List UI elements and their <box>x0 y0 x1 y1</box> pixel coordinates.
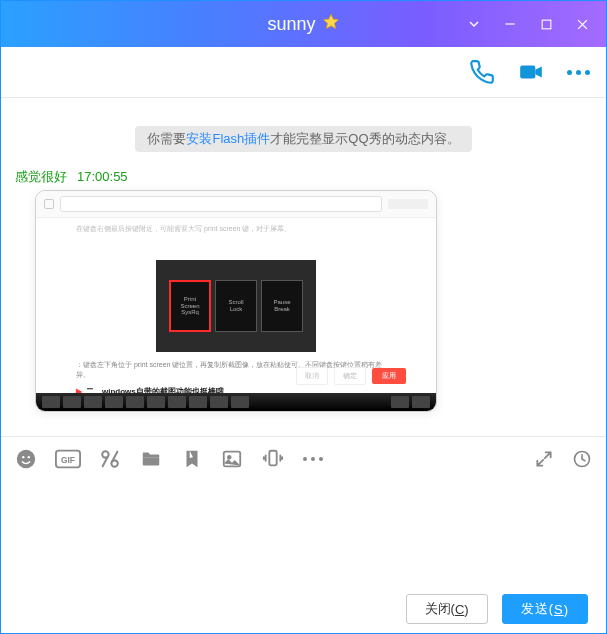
dropdown-button[interactable] <box>456 1 492 47</box>
folder-icon[interactable] <box>139 448 163 470</box>
close-chat-button[interactable]: 关闭(C) <box>406 594 488 624</box>
flash-install-link[interactable]: 安装Flash插件 <box>186 131 270 146</box>
expand-icon[interactable] <box>534 449 554 469</box>
message: 感觉很好 17:00:55 在键盘右侧最后按键附近，可能需要大写 print s… <box>1 164 606 416</box>
svg-point-3 <box>22 456 24 458</box>
system-notice-text: 你需要安装Flash插件才能完整显示QQ秀的动态内容。 <box>135 126 471 152</box>
window-controls <box>456 1 600 47</box>
svg-point-2 <box>17 450 35 468</box>
video-call-icon[interactable] <box>517 59 545 85</box>
title-bar: sunny <box>1 1 606 47</box>
shake-icon[interactable] <box>261 448 285 470</box>
svg-rect-11 <box>269 451 276 466</box>
window-title-group: sunny <box>267 13 339 36</box>
more-actions-icon[interactable] <box>567 70 590 75</box>
input-toolbar: GIF <box>1 436 606 481</box>
favorite-icon[interactable] <box>181 448 203 470</box>
voice-call-icon[interactable] <box>469 59 495 85</box>
keyboard-photo: PrintScreenSysRq ScrollLock PauseBreak <box>156 260 316 352</box>
message-input[interactable] <box>1 481 606 585</box>
send-button[interactable]: 发送(S) <box>502 594 588 624</box>
svg-text:GIF: GIF <box>61 455 75 465</box>
chat-history: 你需要安装Flash插件才能完整显示QQ秀的动态内容。 感觉很好 17:00:5… <box>1 98 606 436</box>
chat-window: sunny <box>0 0 607 634</box>
close-button[interactable] <box>564 1 600 47</box>
browser-frame <box>36 191 436 218</box>
browser-body: 在键盘右侧最后按键附近，可能需要大写 print screen 键，对于屏幕。 … <box>36 218 436 393</box>
image-icon[interactable] <box>221 448 243 470</box>
svg-point-4 <box>28 456 30 458</box>
screenshot-icon[interactable] <box>99 448 121 470</box>
taskbar <box>36 393 436 411</box>
svg-point-10 <box>228 456 231 459</box>
svg-rect-0 <box>542 20 551 29</box>
emoji-icon[interactable] <box>15 448 37 470</box>
notice-prefix: 你需要 <box>147 131 186 146</box>
window-title: sunny <box>267 14 315 35</box>
action-bar <box>1 47 606 98</box>
message-header: 感觉很好 17:00:55 <box>15 168 592 186</box>
message-time: 17:00:55 <box>77 169 128 184</box>
minimize-button[interactable] <box>492 1 528 47</box>
sender-name: 感觉很好 <box>15 168 67 186</box>
system-notice: 你需要安装Flash插件才能完整显示QQ秀的动态内容。 <box>1 126 606 152</box>
footer-buttons: 关闭(C) 发送(S) <box>1 585 606 633</box>
screenshot-caption: 二、windows自带的截图功能也挺棒哦。 <box>86 387 232 393</box>
maximize-button[interactable] <box>528 1 564 47</box>
gif-icon[interactable]: GIF <box>55 449 81 469</box>
more-tools-icon[interactable] <box>303 457 323 461</box>
history-icon[interactable] <box>572 449 592 469</box>
message-image[interactable]: 在键盘右侧最后按键附近，可能需要大写 print screen 键，对于屏幕。 … <box>35 190 437 412</box>
star-icon <box>322 13 340 36</box>
svg-rect-1 <box>520 66 535 79</box>
notice-suffix: 才能完整显示QQ秀的动态内容。 <box>270 131 459 146</box>
